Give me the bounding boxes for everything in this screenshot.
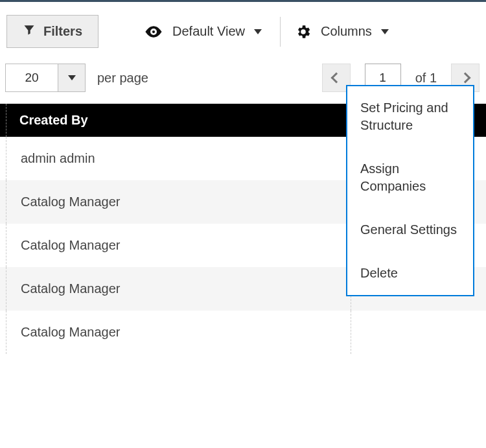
chevron-down-icon xyxy=(254,29,262,34)
per-page-value: 20 xyxy=(6,64,58,91)
toolbar: Filters Default View Columns xyxy=(0,2,486,60)
chevron-down-icon xyxy=(68,75,76,80)
default-view-label: Default View xyxy=(172,24,245,39)
per-page-dropdown-toggle[interactable] xyxy=(58,64,85,91)
filters-button[interactable]: Filters xyxy=(6,15,98,48)
page-of-label: of 1 xyxy=(415,71,437,86)
action-delete[interactable]: Delete xyxy=(347,252,473,295)
default-view-dropdown[interactable]: Default View xyxy=(144,16,262,48)
columns-label: Columns xyxy=(321,24,372,39)
per-page-label: per page xyxy=(97,71,148,86)
table-row: Catalog Manager xyxy=(0,311,486,354)
gear-icon xyxy=(295,23,312,40)
chevron-down-icon xyxy=(381,29,389,34)
action-assign-companies[interactable]: Assign Companies xyxy=(347,147,473,208)
cell-created-by: Catalog Manager xyxy=(6,311,351,354)
column-header-created-by[interactable]: Created By xyxy=(6,104,351,137)
grid-edge xyxy=(0,311,6,354)
per-page-selector[interactable]: 20 xyxy=(5,64,86,92)
action-dropdown-menu: Set Pricing and Structure Assign Compani… xyxy=(346,85,474,296)
action-set-pricing-and-structure[interactable]: Set Pricing and Structure xyxy=(347,86,473,147)
eye-icon xyxy=(144,22,163,41)
cell-created-by: Catalog Manager xyxy=(6,224,351,267)
funnel-icon xyxy=(23,23,36,40)
grid-edge xyxy=(0,224,6,267)
chevron-right-icon xyxy=(460,73,471,84)
cell-created-by: admin admin xyxy=(6,137,351,180)
cell-action xyxy=(351,311,486,354)
cell-created-by: Catalog Manager xyxy=(6,267,351,311)
grid-edge xyxy=(0,180,6,224)
grid-edge xyxy=(0,267,6,311)
chevron-left-icon xyxy=(330,73,341,84)
grid-edge xyxy=(0,104,6,137)
filters-label: Filters xyxy=(43,24,82,39)
action-general-settings[interactable]: General Settings xyxy=(347,208,473,252)
cell-created-by: Catalog Manager xyxy=(6,180,351,224)
grid-edge xyxy=(0,137,6,180)
columns-dropdown[interactable]: Columns xyxy=(295,23,389,40)
toolbar-separator xyxy=(280,17,281,47)
